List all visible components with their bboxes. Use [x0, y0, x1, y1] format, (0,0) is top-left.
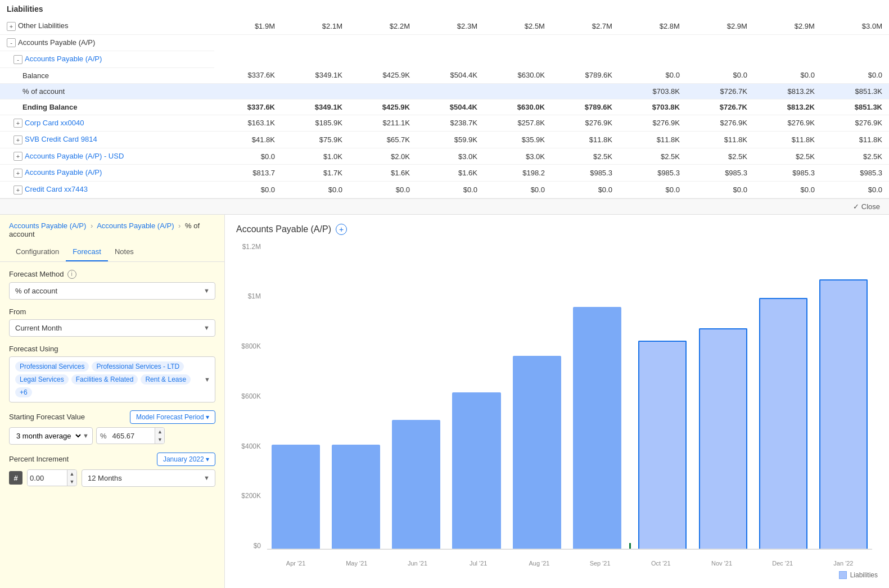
from-group: From Current Month ▼ — [9, 307, 215, 337]
chart-legend: Liabilities — [236, 571, 878, 579]
y-axis-label: $1.2M — [242, 243, 261, 251]
cell-value — [484, 83, 552, 99]
hash-value-wrapper: ▲ ▼ — [27, 469, 77, 486]
spin-down[interactable]: ▼ — [155, 436, 164, 444]
expand-icon[interactable]: + — [13, 169, 22, 178]
starting-value-input[interactable] — [110, 428, 155, 444]
starting-forecast-label: Starting Forecast Value — [9, 413, 85, 421]
actual-bar[interactable] — [272, 445, 320, 549]
tag-legal-services[interactable]: Legal Services — [15, 374, 69, 385]
right-panel: Accounts Payable (A/P) + $1.2M$1M$800K$6… — [225, 215, 889, 589]
bar-col[interactable] — [388, 243, 445, 549]
starting-forecast-group: Starting Forecast Value Model Forecast P… — [9, 410, 215, 445]
row-label-link[interactable]: Credit Card xx7443 — [25, 185, 88, 193]
x-axis-label: Aug '21 — [511, 560, 568, 567]
forecast-using-tags[interactable]: Professional Services Professional Servi… — [9, 356, 215, 402]
x-axis-label: Apr '21 — [267, 560, 324, 567]
table-row: Ending Balance$337.6K$349.1K$425.9K$504.… — [0, 99, 889, 115]
expand-icon[interactable]: + — [13, 119, 22, 128]
from-select[interactable]: Current Month — [9, 319, 215, 337]
hash-spin-up[interactable]: ▲ — [67, 470, 76, 478]
cell-value: $2.0K — [349, 148, 417, 165]
cell-value — [282, 83, 349, 99]
cell-value: $985.3 — [687, 165, 754, 182]
spin-up[interactable]: ▲ — [155, 428, 164, 436]
expand-icon[interactable]: + — [13, 152, 22, 161]
expand-icon[interactable]: + — [13, 186, 22, 195]
bar-col[interactable] — [267, 243, 324, 549]
cell-value: $276.9K — [552, 115, 619, 132]
bc-link-2[interactable]: Accounts Payable (A/P) — [97, 221, 174, 230]
row-label: Balance — [22, 71, 49, 80]
info-icon[interactable]: i — [67, 270, 76, 279]
row-label-link[interactable]: Accounts Payable (A/P) — [25, 168, 102, 177]
hash-spin-down[interactable]: ▼ — [67, 478, 76, 486]
expand-icon[interactable]: + — [13, 135, 22, 144]
cell-value: $276.9K — [754, 115, 822, 132]
bar-col[interactable] — [634, 243, 691, 549]
forecast-bar[interactable] — [699, 328, 747, 549]
tag-professional-services-ltd[interactable]: Professional Services - LTD — [92, 361, 184, 372]
months-select[interactable]: 12 Months — [82, 469, 215, 487]
row-label-link[interactable]: Corp Card xx0040 — [25, 119, 84, 127]
actual-bar[interactable] — [513, 356, 561, 549]
row-label-link[interactable]: SVB Credit Card 9814 — [25, 135, 97, 143]
starting-value-inputs: 3 month average ▼ % ▲ ▼ — [9, 427, 215, 445]
cell-value — [552, 83, 619, 99]
tag-rent-lease[interactable]: Rent & Lease — [141, 374, 191, 385]
forecast-method-select[interactable]: % of account — [9, 282, 215, 300]
expand-icon[interactable]: - — [7, 38, 16, 47]
bar-col[interactable] — [448, 243, 505, 549]
tab-forecast[interactable]: Forecast — [66, 243, 108, 261]
forecast-bar[interactable] — [759, 298, 807, 549]
forecast-bar[interactable] — [638, 341, 687, 549]
cell-value: $349.1K — [282, 67, 349, 83]
bottom-section: Accounts Payable (A/P) › Accounts Payabl… — [0, 215, 889, 589]
bar-col[interactable] — [327, 243, 384, 549]
cell-value: $198.2 — [484, 165, 552, 182]
forecast-using-label: Forecast Using — [9, 345, 215, 353]
percent-increment-label: Percent Increment — [9, 455, 69, 463]
cell-value: $2.5K — [754, 148, 822, 165]
chart-title-row: Accounts Payable (A/P) + — [236, 224, 878, 235]
cell-value: $504.4K — [417, 99, 484, 115]
row-label-link[interactable]: Accounts Payable (A/P) — [25, 55, 102, 63]
actual-bar[interactable] — [392, 420, 440, 549]
tag-professional-services[interactable]: Professional Services — [15, 361, 89, 372]
forecast-method-select-wrapper: % of account ▼ — [9, 282, 215, 300]
bar-col[interactable] — [694, 243, 751, 549]
tab-configuration[interactable]: Configuration — [9, 243, 66, 261]
forecast-bar[interactable] — [819, 279, 868, 549]
close-button[interactable]: ✓ Close — [853, 202, 880, 211]
model-forecast-button[interactable]: Model Forecast Period ▾ — [130, 410, 215, 424]
y-axis-label: $400K — [241, 442, 261, 450]
chart-add-icon[interactable]: + — [336, 224, 347, 235]
cell-value: $11.8K — [754, 132, 822, 148]
cell-value — [214, 83, 282, 99]
starting-method-select[interactable]: 3 month average — [10, 428, 83, 444]
cell-value: $0.0 — [754, 67, 822, 83]
row-label: % of account — [22, 87, 65, 96]
bar-col[interactable] — [508, 243, 565, 549]
y-axis-label: $600K — [241, 392, 261, 400]
actual-bar[interactable] — [452, 392, 500, 549]
hash-value-input[interactable] — [28, 471, 67, 486]
tag-more[interactable]: +6 — [15, 387, 32, 397]
actual-bar[interactable] — [573, 307, 621, 549]
row-label-link[interactable]: Accounts Payable (A/P) - USD — [25, 152, 124, 160]
bar-col[interactable] — [815, 243, 872, 549]
expand-icon[interactable]: + — [7, 22, 16, 31]
cell-value: $2.7M — [552, 18, 619, 34]
x-axis-label: Jul '21 — [450, 560, 507, 567]
january-button[interactable]: January 2022 ▾ — [157, 453, 215, 466]
actual-bar[interactable] — [332, 445, 380, 549]
bc-link-1[interactable]: Accounts Payable (A/P) — [9, 221, 86, 230]
bar-col[interactable] — [568, 243, 625, 549]
expand-icon[interactable]: - — [13, 55, 22, 64]
bar-col[interactable] — [755, 243, 811, 549]
close-bar[interactable]: ✓ Close — [0, 198, 889, 214]
cell-value: $0.0 — [619, 67, 687, 83]
legend-swatch — [839, 571, 847, 579]
tab-notes[interactable]: Notes — [108, 243, 141, 261]
tag-facilities[interactable]: Facilities & Related — [71, 374, 138, 385]
